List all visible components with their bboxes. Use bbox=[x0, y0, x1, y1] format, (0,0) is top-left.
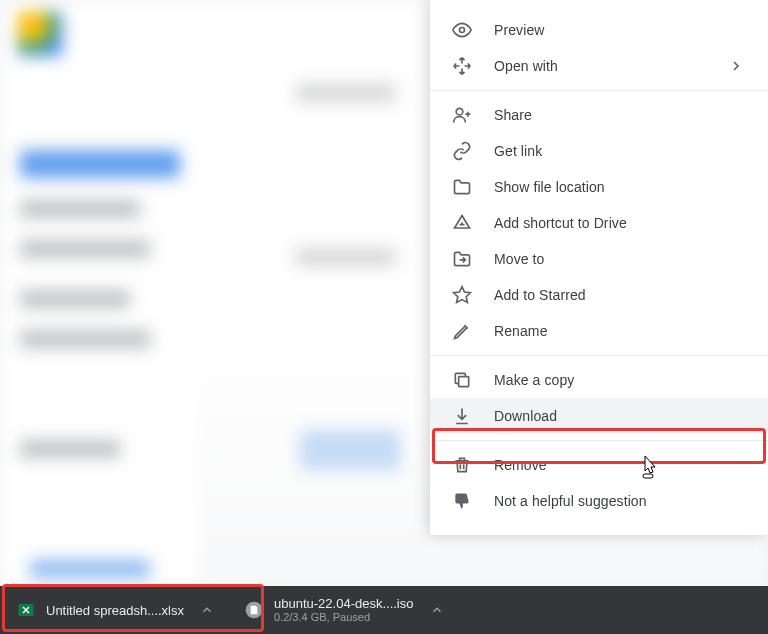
menu-rename[interactable]: Rename bbox=[430, 313, 768, 349]
menu-add-shortcut[interactable]: Add shortcut to Drive bbox=[430, 205, 768, 241]
menu-move-to[interactable]: Move to bbox=[430, 241, 768, 277]
menu-open-with[interactable]: Open with bbox=[430, 48, 768, 84]
pencil-icon bbox=[450, 319, 474, 343]
menu-label: Remove bbox=[494, 457, 744, 473]
chevron-up-icon[interactable] bbox=[430, 603, 444, 617]
menu-label: Add to Starred bbox=[494, 287, 744, 303]
link-icon bbox=[450, 139, 474, 163]
menu-label: Add shortcut to Drive bbox=[494, 215, 744, 231]
menu-label: Show file location bbox=[494, 179, 744, 195]
menu-remove[interactable]: Remove bbox=[430, 447, 768, 483]
menu-show-location[interactable]: Show file location bbox=[430, 169, 768, 205]
eye-icon bbox=[450, 18, 474, 42]
svg-rect-3 bbox=[459, 377, 469, 387]
download-status-text: 0.2/3.4 GB, Paused bbox=[274, 611, 413, 624]
drive-shortcut-icon bbox=[450, 211, 474, 235]
folder-move-icon bbox=[450, 247, 474, 271]
thumbs-down-icon bbox=[450, 489, 474, 513]
svg-point-0 bbox=[460, 28, 465, 33]
download-file-name: Untitled spreadsh....xlsx bbox=[46, 603, 184, 618]
menu-label: Make a copy bbox=[494, 372, 744, 388]
move-arrows-icon bbox=[450, 54, 474, 78]
menu-label: Get link bbox=[494, 143, 744, 159]
menu-label: Share bbox=[494, 107, 744, 123]
person-add-icon bbox=[450, 103, 474, 127]
svg-point-1 bbox=[456, 108, 463, 115]
menu-not-helpful[interactable]: Not a helpful suggestion bbox=[430, 483, 768, 519]
menu-make-copy[interactable]: Make a copy bbox=[430, 362, 768, 398]
download-tray-item-xlsx[interactable]: Untitled spreadsh....xlsx bbox=[8, 592, 224, 628]
menu-label: Move to bbox=[494, 251, 744, 267]
svg-marker-2 bbox=[454, 287, 471, 303]
menu-label: Open with bbox=[494, 58, 728, 74]
menu-preview[interactable]: Preview bbox=[430, 12, 768, 48]
download-tray-item-iso[interactable]: ubuntu-22.04-desk....iso 0.2/3.4 GB, Pau… bbox=[236, 592, 453, 628]
star-icon bbox=[450, 283, 474, 307]
divider bbox=[430, 355, 768, 356]
context-menu: Preview Open with Share Get link Show fi… bbox=[430, 0, 768, 535]
menu-download[interactable]: Download bbox=[430, 398, 768, 434]
folder-icon bbox=[450, 175, 474, 199]
trash-icon bbox=[450, 453, 474, 477]
download-icon bbox=[450, 404, 474, 428]
excel-file-icon bbox=[16, 600, 36, 620]
menu-label: Preview bbox=[494, 22, 744, 38]
browser-download-shelf: Untitled spreadsh....xlsx ubuntu-22.04-d… bbox=[0, 586, 768, 634]
menu-add-starred[interactable]: Add to Starred bbox=[430, 277, 768, 313]
chevron-up-icon[interactable] bbox=[200, 603, 214, 617]
menu-share[interactable]: Share bbox=[430, 97, 768, 133]
menu-get-link[interactable]: Get link bbox=[430, 133, 768, 169]
download-file-name: ubuntu-22.04-desk....iso bbox=[274, 596, 413, 612]
divider bbox=[430, 440, 768, 441]
copy-icon bbox=[450, 368, 474, 392]
chevron-right-icon bbox=[728, 58, 744, 74]
file-icon bbox=[244, 600, 264, 620]
menu-label: Rename bbox=[494, 323, 744, 339]
menu-label: Download bbox=[494, 408, 744, 424]
divider bbox=[430, 90, 768, 91]
menu-label: Not a helpful suggestion bbox=[494, 493, 744, 509]
